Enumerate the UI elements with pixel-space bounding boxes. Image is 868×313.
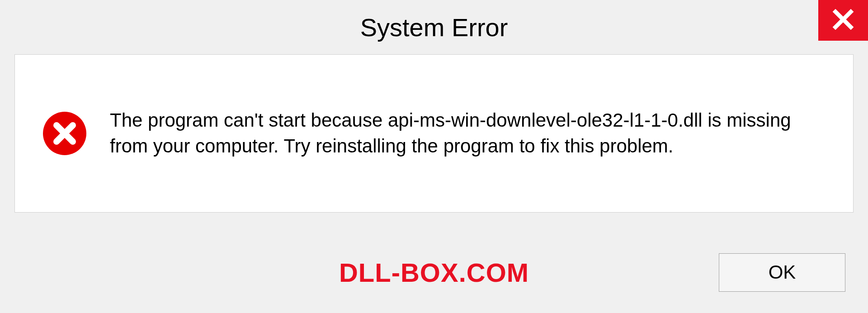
content-panel: The program can't start because api-ms-w… [14, 54, 854, 213]
titlebar: System Error [0, 0, 868, 54]
footer: DLL-BOX.COM OK [0, 232, 868, 313]
close-icon [832, 8, 854, 33]
error-message: The program can't start because api-ms-w… [110, 108, 826, 159]
close-button[interactable] [818, 0, 868, 41]
ok-button-label: OK [769, 261, 796, 283]
watermark-text: DLL-BOX.COM [339, 257, 529, 288]
window-title: System Error [360, 13, 508, 42]
error-icon [42, 111, 87, 156]
ok-button[interactable]: OK [719, 253, 845, 292]
